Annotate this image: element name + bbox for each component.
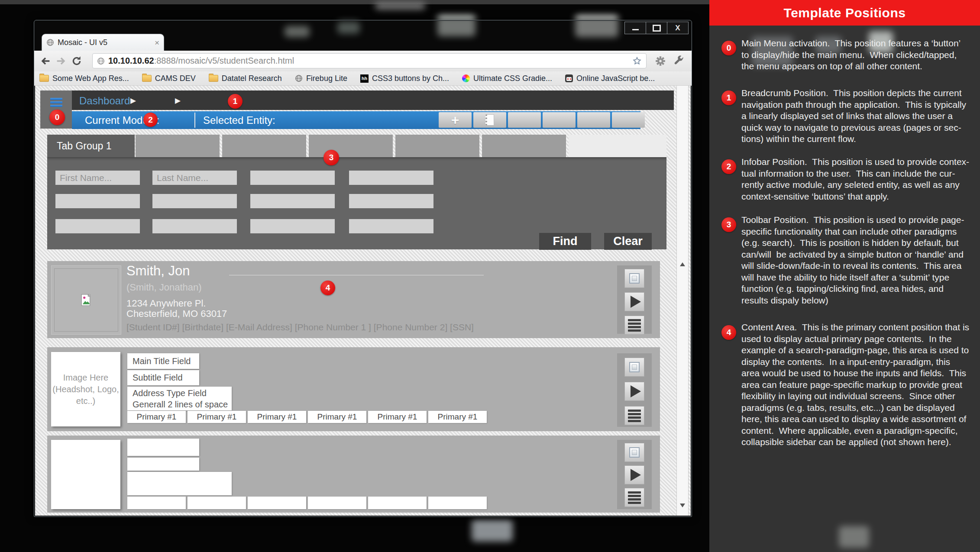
url-host: 10.10.10.62	[108, 56, 154, 66]
image-placeholder-box: Image Here (Headshot, Logo, etc..)	[51, 352, 120, 426]
tab-group-1[interactable]: Tab Group 1	[47, 135, 135, 157]
infobar-button-blank[interactable]	[577, 112, 610, 128]
details-list-button[interactable]	[624, 316, 644, 335]
search-input[interactable]	[349, 194, 433, 208]
notes-button[interactable]	[473, 112, 506, 128]
select-checkbox-button[interactable]	[624, 443, 644, 462]
play-icon	[631, 385, 641, 397]
forward-button[interactable]	[53, 53, 69, 69]
position-badge-4: 4	[320, 281, 335, 295]
close-icon: X	[675, 24, 680, 32]
card-action-strip	[617, 440, 652, 509]
open-play-button[interactable]	[624, 465, 644, 484]
search-input[interactable]	[152, 219, 237, 233]
tab-group-blank[interactable]	[395, 135, 479, 157]
search-input[interactable]	[349, 171, 433, 185]
infobar-button-blank[interactable]	[508, 112, 541, 128]
bookmark-folder[interactable]: Datatel Research	[209, 74, 282, 83]
folder-icon	[39, 75, 49, 82]
page-content: 0 Dashboard ▶ ▶ 1 Current Module: Select…	[35, 86, 691, 516]
bookmark-star-icon[interactable]	[632, 56, 642, 66]
scroll-down-icon[interactable]	[680, 504, 685, 507]
card-action-strip	[617, 353, 652, 427]
breadcrumb-link-dashboard[interactable]: Dashboard	[79, 95, 130, 107]
legend-badge-1: 1	[721, 90, 736, 105]
template-positions-panel: Template Positions 0 Main Menu activatio…	[709, 0, 980, 552]
search-input[interactable]	[250, 171, 335, 185]
primary-field-empty	[368, 497, 427, 509]
reload-button[interactable]	[69, 53, 84, 69]
wrench-button[interactable]	[671, 53, 686, 69]
notebook-icon	[485, 114, 494, 126]
tab-close-icon[interactable]: ×	[155, 39, 159, 47]
search-input[interactable]	[152, 194, 237, 208]
tab-group-blank[interactable]	[309, 135, 393, 157]
bookmark-folder[interactable]: Some Web App Res...	[39, 74, 129, 83]
bookmark-label: Firebug Lite	[306, 74, 347, 83]
tab-strip-spare	[569, 135, 666, 157]
details-list-button[interactable]	[624, 488, 644, 507]
robot-icon	[565, 74, 573, 82]
infobar-button-blank[interactable]	[612, 112, 645, 128]
maximize-button[interactable]	[646, 22, 667, 34]
select-checkbox-button[interactable]	[624, 358, 644, 377]
tab-group-blank[interactable]	[136, 135, 220, 157]
wrench-icon	[673, 55, 684, 67]
infobar-button-blank[interactable]	[543, 112, 576, 128]
url-bar[interactable]: 10.10.10.62 :8888/mosaic/v5/studentSearc…	[92, 53, 647, 68]
result-card-student[interactable]: Smith, Jon (Smith, Jonathan) 1234 Anywhe…	[47, 261, 660, 338]
reload-icon	[71, 55, 82, 67]
panel-blob	[839, 526, 869, 548]
search-input[interactable]	[250, 219, 335, 233]
tab-group-blank[interactable]	[222, 135, 306, 157]
position-badge-2: 2	[143, 113, 158, 127]
bookmark-item[interactable]: Firebug Lite	[295, 74, 347, 83]
open-play-button[interactable]	[624, 292, 644, 311]
main-title-field: Main Title Field	[127, 353, 199, 369]
minimize-button[interactable]	[624, 22, 646, 34]
select-checkbox-button[interactable]	[624, 269, 644, 288]
back-button[interactable]	[38, 53, 53, 69]
search-input[interactable]	[55, 219, 140, 233]
search-input[interactable]	[349, 219, 433, 233]
desktop: X Mosaic - UI v5 × 10.10.10.62 :8888/mos…	[0, 0, 980, 552]
legend-badge-0: 0	[721, 41, 736, 55]
tab-group-row: Tab Group 1	[47, 135, 666, 157]
scroll-up-icon[interactable]	[680, 262, 685, 266]
details-list-button[interactable]	[624, 406, 644, 425]
panel-title: Template Positions	[784, 6, 906, 20]
legend-badge-2: 2	[721, 159, 736, 174]
last-name-input[interactable]	[152, 171, 237, 185]
search-input[interactable]	[250, 194, 335, 208]
browser-tab[interactable]: Mosaic - UI v5 ×	[42, 34, 164, 51]
card-action-strip	[617, 265, 652, 334]
result-card-template[interactable]: Image Here (Headshot, Logo, etc..) Main …	[47, 347, 660, 431]
clear-button[interactable]: Clear	[604, 233, 652, 250]
first-name-input[interactable]	[55, 171, 140, 185]
broken-image-icon	[81, 294, 91, 306]
find-button[interactable]: Find	[539, 233, 591, 250]
tab-group-blank[interactable]	[482, 135, 566, 157]
primary-field: Primary #1	[428, 411, 487, 423]
bookmark-folder[interactable]: CAMS DEV	[142, 74, 196, 83]
infobar-buttons: +	[439, 112, 645, 128]
gear-button[interactable]	[653, 53, 668, 69]
primary-field: Primary #1	[127, 411, 186, 423]
legend-text-1: Breadcrumb Position. This position depic…	[741, 87, 980, 145]
hamburger-icon	[50, 105, 62, 107]
breadcrumb-bar: Dashboard ▶ ▶	[72, 90, 674, 110]
browser-window: X Mosaic - UI v5 × 10.10.10.62 :8888/mos…	[34, 20, 692, 517]
search-input[interactable]	[55, 194, 140, 208]
add-button[interactable]: +	[439, 112, 472, 128]
bookmark-item[interactable]: Ultimate CSS Gradie...	[462, 74, 552, 83]
open-play-button[interactable]	[624, 382, 644, 401]
bookmark-item[interactable]: Online JavaScript be...	[565, 74, 655, 83]
globe-favicon-icon	[46, 39, 54, 46]
primary-field: Primary #1	[308, 411, 366, 423]
bookmark-item[interactable]: hhCSS3 buttons by Ch...	[360, 74, 449, 83]
primary-field-empty	[188, 497, 246, 509]
close-button[interactable]: X	[667, 22, 689, 34]
result-card-empty[interactable]	[47, 436, 660, 513]
results-scrollbar[interactable]	[676, 86, 689, 516]
primary-field: Primary #1	[188, 411, 246, 423]
